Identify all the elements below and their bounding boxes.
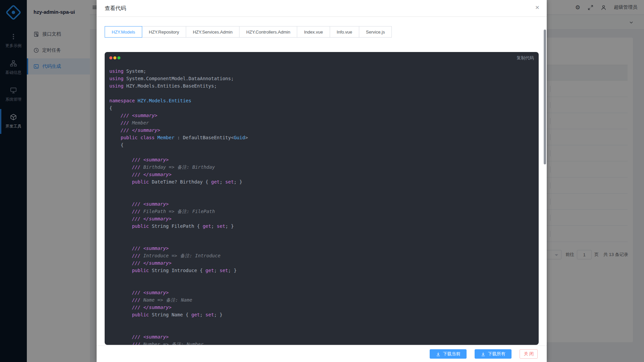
tab-hzy-repository[interactable]: HZY.Repository <box>142 26 186 38</box>
close-icon[interactable]: × <box>535 4 539 11</box>
code-tabs: HZY.ModelsHZY.RepositoryHZY.Services.Adm… <box>105 26 392 38</box>
code-block: 复制代码 using System; using System.Componen… <box>105 52 539 345</box>
tab-index-vue[interactable]: Index.vue <box>297 26 330 38</box>
download-icon <box>436 352 440 356</box>
download-icon <box>481 352 485 356</box>
dialog-title: 查看代码 <box>105 5 126 12</box>
tab-info-vue[interactable]: Info.vue <box>330 26 359 38</box>
tab-hzy-services-admin[interactable]: HZY.Services.Admin <box>186 26 239 38</box>
tab-hzy-models[interactable]: HZY.Models <box>105 26 142 38</box>
code-content: using System; using System.ComponentMode… <box>105 63 539 345</box>
copy-code-button[interactable]: 复制代码 <box>517 55 534 61</box>
close-button[interactable]: 关 闭 <box>520 349 538 359</box>
code-block-titlebar: 复制代码 <box>105 52 539 63</box>
tab-service-js[interactable]: Service.js <box>359 26 392 38</box>
dialog-header: 查看代码 × <box>97 0 547 17</box>
view-code-dialog: 查看代码 × HZY.ModelsHZY.RepositoryHZY.Servi… <box>97 0 547 362</box>
window-dots-icon <box>109 56 120 59</box>
download-current-button[interactable]: 下载当前 <box>430 349 467 359</box>
modal-scrollbar[interactable] <box>544 30 546 164</box>
download-all-button[interactable]: 下载所有 <box>475 349 512 359</box>
tab-hzy-controllers-admin[interactable]: HZY.Controllers.Admin <box>239 26 297 38</box>
dialog-footer: 下载当前 下载所有 关 闭 <box>97 346 547 362</box>
